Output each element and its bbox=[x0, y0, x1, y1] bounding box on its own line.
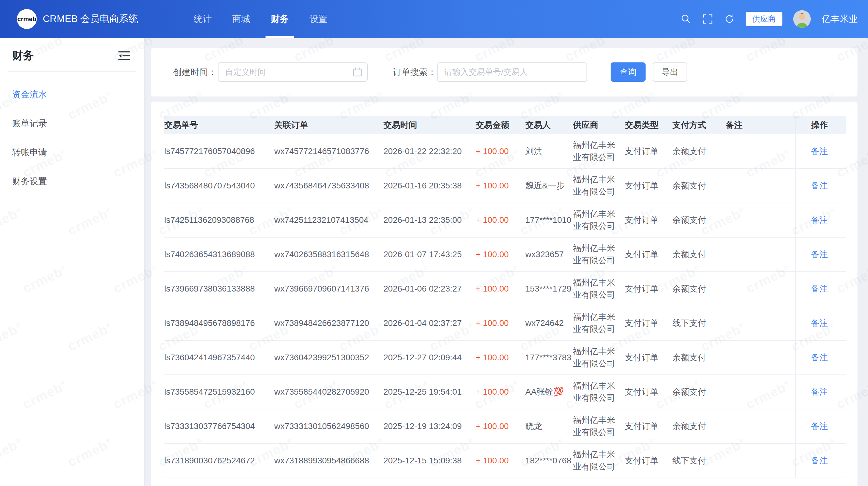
nav-item-mall[interactable]: 商城 bbox=[226, 0, 256, 38]
remark-link[interactable]: 备注 bbox=[811, 284, 828, 293]
table-row: ls743568480707543040 wx74356846473563340… bbox=[164, 169, 846, 203]
cell-trade-no: ls738948495678898176 bbox=[164, 306, 274, 340]
filter-bar: 创建时间： 订单搜索： 查询 导出 bbox=[151, 48, 858, 96]
remark-link[interactable]: 备注 bbox=[811, 250, 828, 259]
table-header-cell: 供应商 bbox=[573, 116, 625, 134]
calendar-icon[interactable] bbox=[352, 67, 363, 78]
cell-amount: + 100.00 bbox=[475, 134, 525, 169]
cell-type: 支付订单 bbox=[625, 203, 673, 237]
table-header-cell: 备注 bbox=[726, 116, 796, 134]
top-nav: 统计 商城 财务 设置 bbox=[183, 0, 338, 38]
cell-supplier: 福州亿丰米业有限公司 bbox=[573, 375, 625, 409]
create-time-label: 创建时间： bbox=[173, 48, 217, 96]
remark-link[interactable]: 备注 bbox=[811, 387, 828, 396]
user-name[interactable]: 亿丰米业 bbox=[822, 13, 858, 25]
cell-payer: 177****3783 bbox=[525, 340, 573, 375]
cell-time: 2025-12-19 13:24:09 bbox=[383, 409, 475, 444]
cell-time: 2025-12-27 02:09:44 bbox=[383, 340, 475, 375]
cell-supplier: 福州亿丰米业有限公司 bbox=[573, 340, 625, 375]
cell-supplier: 福州亿丰米业有限公司 bbox=[573, 169, 625, 203]
menu-fold-icon[interactable] bbox=[118, 50, 131, 62]
cell-type: 支付订单 bbox=[625, 375, 673, 409]
cell-remark bbox=[726, 272, 796, 306]
sidebar-item-finance-settings[interactable]: 财务设置 bbox=[0, 167, 144, 196]
remark-link[interactable]: 备注 bbox=[811, 422, 828, 431]
cell-time: 2026-01-04 02:37:27 bbox=[383, 306, 475, 340]
search-button[interactable]: 查询 bbox=[611, 62, 646, 82]
cell-supplier: 福州亿丰米业有限公司 bbox=[573, 134, 625, 169]
cell-pay-method: 余额支付 bbox=[673, 375, 726, 409]
cell-payer: 刘洪 bbox=[525, 134, 573, 169]
cell-remark bbox=[726, 444, 796, 478]
cell-actions: 备注 bbox=[796, 237, 846, 272]
sidebar-item-transfer-request[interactable]: 转账申请 bbox=[0, 138, 144, 167]
cell-actions: 备注 bbox=[796, 444, 846, 478]
table-header-cell: 关联订单 bbox=[274, 116, 383, 134]
export-button[interactable]: 导出 bbox=[653, 62, 687, 82]
cell-supplier: 福州亿丰米业有限公司 bbox=[573, 237, 625, 272]
avatar[interactable] bbox=[793, 10, 811, 28]
cell-remark bbox=[726, 409, 796, 444]
nav-item-settings[interactable]: 设置 bbox=[303, 0, 333, 38]
cell-payer: 182****0768 bbox=[525, 444, 573, 478]
sidebar-item-fund-flow[interactable]: 资金流水 bbox=[0, 80, 144, 109]
cell-time: 2025-12-25 19:54:01 bbox=[383, 375, 475, 409]
cell-type: 支付订单 bbox=[625, 169, 673, 203]
date-range-input[interactable] bbox=[218, 62, 368, 82]
cell-time: 2026-01-06 02:23:27 bbox=[383, 272, 475, 306]
table-header-cell: 支付方式 bbox=[673, 116, 726, 134]
cell-order-no: wx739669709607141376 bbox=[274, 272, 383, 306]
cell-amount: + 100.00 bbox=[475, 203, 525, 237]
cell-supplier: 福州亿丰米业有限公司 bbox=[573, 409, 625, 444]
cell-pay-method: 余额支付 bbox=[673, 203, 726, 237]
remark-link[interactable]: 备注 bbox=[811, 318, 828, 328]
remark-link[interactable]: 备注 bbox=[811, 215, 828, 224]
top-header: crmeb CRMEB 会员电商系统 统计 商城 财务 设置 供应商 亿丰米业 bbox=[0, 0, 868, 38]
table-header-cell: 交易时间 bbox=[383, 116, 475, 134]
remark-link[interactable]: 备注 bbox=[811, 353, 828, 362]
cell-remark bbox=[726, 203, 796, 237]
app-logo: crmeb bbox=[17, 9, 37, 29]
cell-type: 支付订单 bbox=[625, 237, 673, 272]
cell-trade-no: ls745772176057040896 bbox=[164, 134, 274, 169]
cell-payer: 魏近&一步 bbox=[525, 169, 573, 203]
table-row: ls740263654313689088 wx74026358831631564… bbox=[164, 237, 846, 272]
table-header-row: 交易单号关联订单交易时间交易金额交易人供应商交易类型支付方式备注操作 bbox=[164, 116, 846, 134]
remark-link[interactable]: 备注 bbox=[811, 456, 828, 465]
cell-order-no: wx742511232107413504 bbox=[274, 203, 383, 237]
cell-time: 2026-01-22 22:32:20 bbox=[383, 134, 475, 169]
order-search-label: 订单搜索： bbox=[393, 48, 436, 96]
cell-payer: 153****1729 bbox=[525, 272, 573, 306]
cell-trade-no: ls731890030762524672 bbox=[164, 444, 274, 478]
search-icon[interactable] bbox=[681, 13, 691, 24]
cell-amount: + 100.00 bbox=[475, 409, 525, 444]
remark-link[interactable]: 备注 bbox=[811, 147, 828, 156]
cell-amount: + 100.00 bbox=[475, 237, 525, 272]
fullscreen-icon[interactable] bbox=[702, 13, 713, 24]
order-search-input[interactable] bbox=[437, 62, 587, 82]
cell-payer: 177****1010 bbox=[525, 203, 573, 237]
cell-supplier: 福州亿丰米业有限公司 bbox=[573, 444, 625, 478]
cell-amount: + 100.00 bbox=[475, 169, 525, 203]
cell-time: 2026-01-07 17:43:25 bbox=[383, 237, 475, 272]
cell-amount: + 100.00 bbox=[475, 375, 525, 409]
sidebar-menu: 资金流水 账单记录 转账申请 财务设置 bbox=[0, 72, 144, 196]
cell-remark bbox=[726, 169, 796, 203]
sidebar: 财务 资金流水 账单记录 转账申请 财务设置 bbox=[0, 38, 144, 486]
cell-trade-no: ls735585472515932160 bbox=[164, 375, 274, 409]
nav-item-finance[interactable]: 财务 bbox=[265, 0, 295, 38]
supplier-badge[interactable]: 供应商 bbox=[746, 12, 782, 26]
cell-trade-no: ls740263654313689088 bbox=[164, 237, 274, 272]
refresh-icon[interactable] bbox=[724, 13, 735, 24]
cell-amount: + 100.00 bbox=[475, 306, 525, 340]
cell-trade-no: ls743568480707543040 bbox=[164, 169, 274, 203]
sidebar-item-bill-records[interactable]: 账单记录 bbox=[0, 109, 144, 138]
sidebar-title: 财务 bbox=[12, 48, 34, 63]
cell-actions: 备注 bbox=[796, 203, 846, 237]
cell-payer: wx323657 bbox=[525, 237, 573, 272]
remark-link[interactable]: 备注 bbox=[811, 181, 828, 190]
nav-item-statistics[interactable]: 统计 bbox=[187, 0, 218, 38]
cell-actions: 备注 bbox=[796, 134, 846, 169]
table-row: ls735585472515932160 wx73558544028270592… bbox=[164, 375, 846, 409]
cell-remark bbox=[726, 306, 796, 340]
